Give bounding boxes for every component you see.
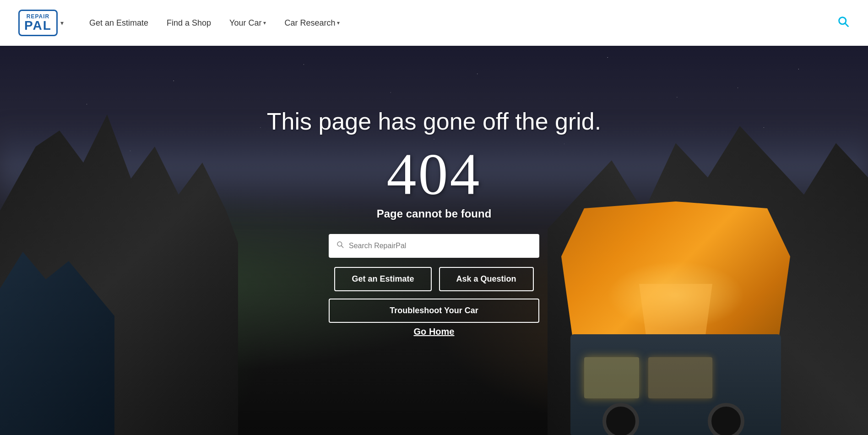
hero-section: This page has gone off the grid. 404 Pag… [0, 46, 868, 435]
go-home-row: Go Home [267, 323, 601, 337]
get-estimate-button[interactable]: Get an Estimate [334, 267, 431, 291]
ask-question-button[interactable]: Ask a Question [439, 267, 534, 291]
van-window-front [584, 357, 639, 398]
van-wheel-left [602, 403, 639, 435]
error-subtitle: Page cannot be found [267, 207, 601, 220]
search-bar-icon [336, 240, 344, 251]
navbar: REPAIR PAL ▾ Get an Estimate Find a Shop… [0, 0, 868, 46]
error-code: 404 [267, 144, 601, 204]
nav-find-shop[interactable]: Find a Shop [159, 15, 218, 32]
nav-links: Get an Estimate Find a Shop Your Car ▾ C… [82, 15, 837, 32]
logo[interactable]: REPAIR PAL ▾ [18, 10, 64, 36]
van-body [570, 334, 781, 435]
action-buttons-row: Get an Estimate Ask a Question [267, 267, 601, 291]
nav-your-car[interactable]: Your Car ▾ [222, 15, 273, 32]
search-icon[interactable] [837, 15, 850, 31]
troubleshoot-button[interactable]: Troubleshoot Your Car [329, 299, 539, 323]
logo-chevron-icon: ▾ [60, 19, 64, 27]
car-research-chevron-icon: ▾ [337, 20, 340, 26]
nav-car-research[interactable]: Car Research ▾ [277, 15, 347, 32]
tent-opening [639, 284, 712, 339]
hero-content: This page has gone off the grid. 404 Pag… [267, 108, 601, 337]
troubleshoot-row: Troubleshoot Your Car [267, 299, 601, 323]
search-bar [329, 234, 539, 258]
svg-line-1 [845, 23, 848, 26]
nav-get-estimate[interactable]: Get an Estimate [82, 15, 156, 32]
your-car-chevron-icon: ▾ [263, 20, 266, 26]
logo-box: REPAIR PAL [18, 10, 58, 36]
van-wheel-right [708, 403, 744, 435]
go-home-link[interactable]: Go Home [414, 326, 455, 337]
page-title: This page has gone off the grid. [267, 108, 601, 135]
search-input[interactable] [349, 242, 532, 250]
svg-line-3 [342, 246, 343, 248]
van-window-rear [648, 357, 712, 398]
logo-pal-text: PAL [24, 19, 52, 32]
